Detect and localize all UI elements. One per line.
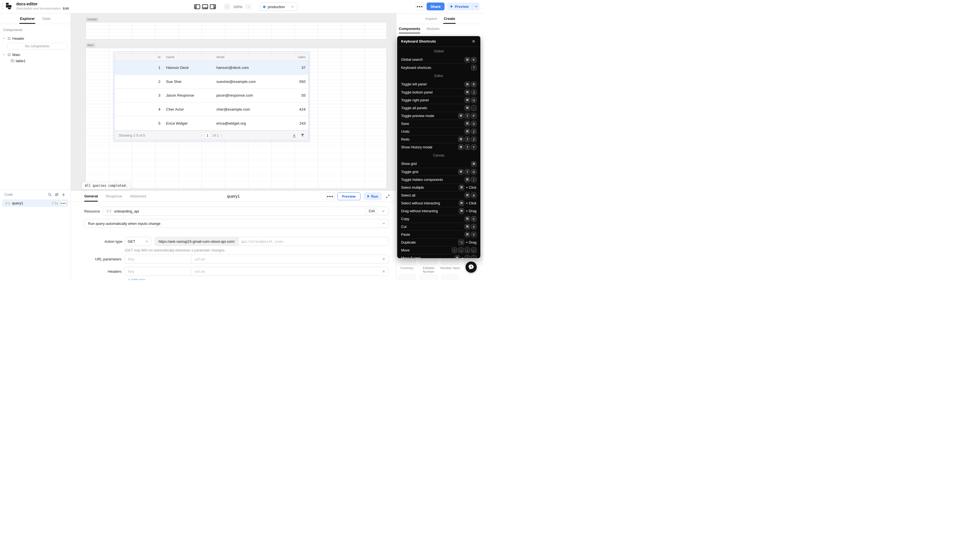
next-page-button[interactable]: ›: [221, 133, 222, 138]
query-editor-panel: General Response Advanced query1 ●●● Pre…: [71, 191, 396, 280]
app-logo-icon[interactable]: [5, 2, 12, 10]
preview-button[interactable]: Preview: [447, 3, 472, 10]
query-run-button[interactable]: Run: [364, 192, 382, 200]
action-type-select[interactable]: GET: [124, 237, 151, 246]
column-header-name[interactable]: name: [163, 55, 214, 59]
help-button[interactable]: ?: [466, 262, 477, 273]
tab-explorer[interactable]: Explorer: [20, 13, 35, 24]
component-card[interactable]: [398, 275, 416, 280]
cell-id[interactable]: 1: [115, 66, 163, 70]
table-component[interactable]: idnameemailsales 1Hanson Deckhanson@deck…: [114, 53, 309, 140]
download-icon[interactable]: [292, 134, 296, 138]
key-cap: Z: [471, 137, 476, 142]
canvas[interactable]: Header Main idnameemailsales 1Hanson Dec…: [71, 13, 396, 191]
share-button[interactable]: Share: [427, 3, 444, 10]
key-cap: ⌘: [458, 137, 464, 142]
column-header-sales[interactable]: sales: [270, 55, 308, 59]
shortcut-keys: ⌘S: [465, 121, 476, 126]
url-path-input[interactable]: [239, 237, 388, 245]
toggle-bottom-panel-icon[interactable]: [202, 4, 208, 10]
table-row[interactable]: 4Cher Actorcher@example.com424: [115, 103, 308, 116]
column-header-email[interactable]: email: [214, 55, 269, 59]
query-list-item[interactable]: {⋯} query1 7.1s ●●●: [2, 199, 68, 207]
cell-sales[interactable]: 55: [270, 93, 308, 98]
add-new-link[interactable]: + Add new: [128, 278, 389, 280]
environment-selector[interactable]: production: [259, 3, 297, 11]
shortcut-row: Select multiple⌘+ Click: [401, 183, 476, 191]
cell-name[interactable]: Erica Widget: [163, 121, 214, 126]
preview-dropdown-button[interactable]: [472, 3, 479, 10]
caret-down-icon[interactable]: ▾: [3, 53, 7, 56]
toggle-left-panel-icon[interactable]: [194, 4, 201, 10]
remove-row-icon[interactable]: ✕: [379, 255, 388, 263]
cell-name[interactable]: Sue Shei: [163, 80, 214, 84]
remove-row-icon[interactable]: ✕: [379, 267, 388, 275]
tab-modules[interactable]: Modules: [426, 24, 439, 33]
table-row[interactable]: 1Hanson Deckhanson@deck.com37: [115, 61, 308, 75]
resource-selector[interactable]: {⋯} onboarding_api Edit: [103, 207, 389, 215]
query-more-options-button[interactable]: ●●●: [326, 192, 335, 200]
cell-id[interactable]: 3: [115, 93, 163, 98]
zoom-out-button[interactable]: -: [224, 3, 230, 10]
tab-advanced[interactable]: Advanced: [130, 191, 146, 202]
caret-down-icon[interactable]: ▾: [3, 37, 7, 40]
query-preview-button[interactable]: Preview: [337, 192, 360, 200]
shortcut-keys: ⌘B: [465, 82, 476, 87]
search-icon[interactable]: [46, 193, 53, 197]
shortcut-keys: ⌘⇧G: [458, 169, 476, 174]
cell-name[interactable]: Jason Response: [163, 93, 214, 98]
cell-id[interactable]: 5: [115, 121, 163, 126]
cell-email[interactable]: erica@widget.org: [214, 121, 269, 126]
cell-sales[interactable]: 243: [270, 121, 308, 126]
header-key-input[interactable]: [125, 267, 191, 275]
column-header-id[interactable]: id: [115, 55, 163, 59]
add-query-icon[interactable]: [60, 193, 67, 197]
tab-inspect[interactable]: Inspect: [425, 13, 437, 24]
header-frame[interactable]: [85, 22, 387, 40]
tree-item-main[interactable]: ▾ Main: [3, 51, 67, 58]
prev-page-button[interactable]: ‹: [201, 133, 202, 138]
shortcut-row: Move↑→↓←: [401, 246, 476, 254]
close-icon[interactable]: ✕: [471, 38, 476, 45]
filter-settings-icon[interactable]: [53, 193, 60, 196]
component-card[interactable]: ▲▲▲: [420, 275, 437, 280]
cell-name[interactable]: Hanson Deck: [163, 66, 214, 70]
tab-components[interactable]: Components: [399, 24, 420, 33]
component-card[interactable]: [441, 275, 459, 280]
run-mode-select[interactable]: Run query automatically when inputs chan…: [84, 219, 389, 228]
cell-sales[interactable]: 37: [270, 66, 308, 70]
tree-item-table1[interactable]: table1: [11, 58, 67, 64]
edit-description-button[interactable]: Edit: [63, 7, 69, 10]
table-row[interactable]: 5Erica Widgeterica@widget.org243: [115, 116, 308, 131]
filter-icon[interactable]: [300, 134, 305, 138]
tab-response[interactable]: Response: [106, 191, 122, 202]
cell-email[interactable]: cher@example.com: [214, 107, 269, 111]
code-braces-icon: {⋯}: [106, 209, 111, 213]
url-param-value-input[interactable]: [191, 255, 379, 263]
cell-email[interactable]: sueshei@example.com: [214, 80, 269, 84]
tab-state[interactable]: State: [42, 13, 50, 24]
cell-sales[interactable]: 424: [270, 107, 308, 111]
tree-item-header[interactable]: ▾ Header: [3, 35, 67, 41]
more-options-button[interactable]: ●●●: [416, 3, 424, 10]
shortcut-row: Toggle hidden components⌘/: [401, 176, 476, 183]
table-row[interactable]: 2Sue Sheisueshei@example.com550: [115, 75, 308, 89]
table-row[interactable]: 3Jason Responsejason@response.com55: [115, 89, 308, 103]
url-param-key-input[interactable]: [125, 255, 191, 263]
cell-sales[interactable]: 550: [270, 80, 308, 84]
chevron-down-icon[interactable]: [382, 210, 385, 212]
cell-name[interactable]: Cher Actor: [163, 107, 214, 111]
page-number-box[interactable]: 1: [204, 132, 211, 139]
cell-id[interactable]: 4: [115, 107, 163, 111]
zoom-in-button[interactable]: +: [245, 3, 252, 10]
toggle-right-panel-icon[interactable]: [209, 4, 216, 10]
cell-id[interactable]: 2: [115, 80, 163, 84]
cell-email[interactable]: hanson@deck.com: [214, 66, 269, 70]
query-more-button[interactable]: ●●●: [60, 200, 67, 206]
expand-icon[interactable]: [386, 194, 390, 199]
resource-edit-button[interactable]: Edit: [366, 208, 378, 214]
header-value-input[interactable]: [191, 267, 379, 275]
cell-email[interactable]: jason@response.com: [214, 93, 269, 98]
tab-create[interactable]: Create: [444, 13, 455, 24]
tab-general[interactable]: General: [84, 191, 98, 202]
